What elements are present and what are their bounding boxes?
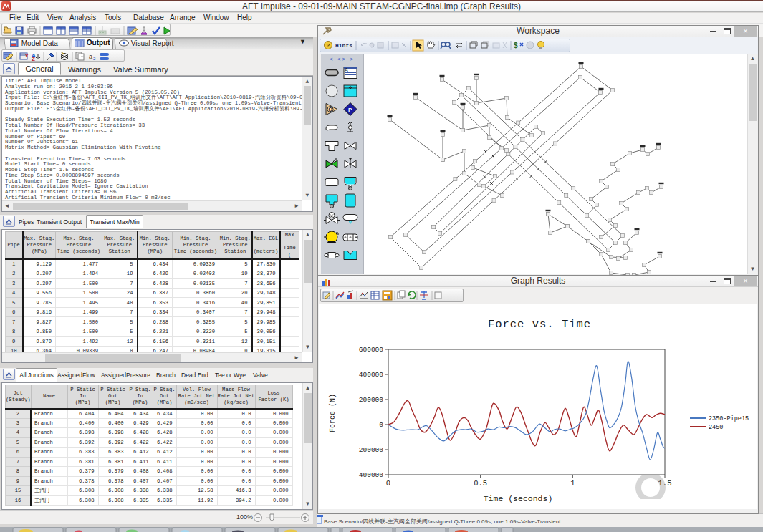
svg-text:?: ? [327,42,330,49]
svg-text:1.5: 1.5 [658,479,672,488]
svg-text:-400000: -400000 [355,471,383,479]
svg-text:400000: 400000 [359,371,384,379]
svg-text:1: 1 [570,479,575,488]
svg-text:0.5: 0.5 [474,479,487,488]
svg-text:200000: 200000 [359,396,384,404]
svg-text:-200000: -200000 [355,446,383,454]
svg-text:Q: Q [329,107,333,112]
svg-text:P: P [348,107,352,113]
svg-text:0: 0 [386,479,390,488]
svg-text:0: 0 [379,421,383,429]
svg-text:Z: Z [32,56,35,62]
svg-text:2: 2 [93,57,96,61]
svg-text:A: A [345,67,348,72]
svg-text:2450: 2450 [709,424,723,431]
svg-text:2350-Pipe15: 2350-Pipe15 [709,415,749,422]
svg-text:x: x [25,52,29,59]
svg-text:a: a [89,53,92,60]
svg-text:$: $ [514,42,518,49]
svg-text:600000: 600000 [359,346,384,354]
svg-text:Hints: Hints [335,42,352,49]
